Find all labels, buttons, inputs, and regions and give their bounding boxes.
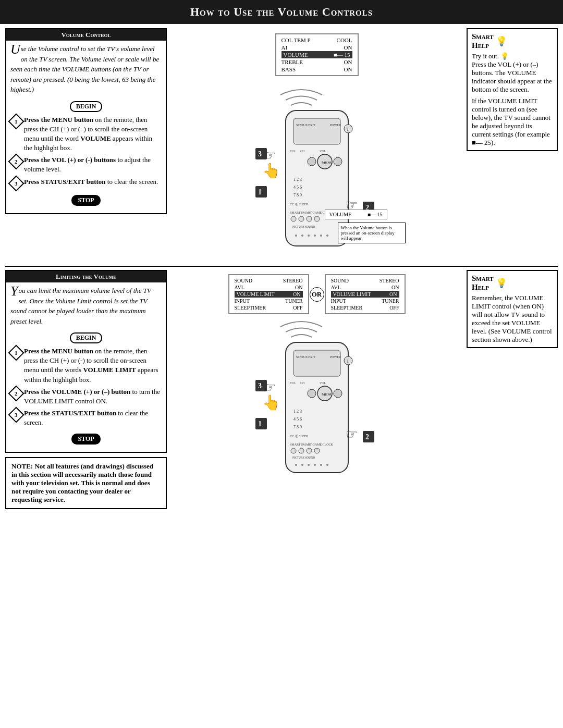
tv-row-volume: VOLUME ■— 15 [282,51,352,58]
svg-rect-39 [293,350,340,376]
svg-point-59 [314,448,320,453]
svg-point-61 [295,464,297,466]
sound-row-1: SOUND STEREO [235,277,303,284]
svg-text:7  8  9: 7 8 9 [293,193,302,198]
drop-cap: U [10,44,20,55]
step-1-text: Press the MENU button on the remote, the… [24,115,162,153]
volume-intro: Use the Volume control to set the TV's v… [10,44,162,95]
svg-point-50 [334,389,342,398]
svg-text:3: 3 [258,382,262,390]
remote-top-area: STATUS/EXIT POWER 1 VOL CH VOL MENU 1 2 … [244,84,390,264]
right-column-bottom: Smart Help 💡 Remember, the VOLUME LIMIT … [467,270,558,509]
sound-row-r2: AVL ON [331,284,399,291]
svg-point-25 [308,235,310,237]
svg-rect-1 [293,118,340,144]
or-label: OR [310,287,324,302]
svg-text:👆: 👆 [262,394,280,411]
svg-point-56 [291,448,296,453]
svg-point-26 [314,235,316,237]
svg-point-20 [307,216,312,221]
tv-row-bass: BASS ON [282,66,352,73]
step-2-lv: 2 Press the VOLUME (+) or (–) button to … [10,387,162,406]
step-1-lv: 1 Press the MENU button on the remote, t… [10,347,162,385]
svg-text:1  2  3: 1 2 3 [293,177,302,182]
svg-point-49 [308,389,316,398]
begin-badge-top: BEGIN [10,98,162,115]
svg-text:MENU: MENU [322,161,333,165]
screens-row: SOUND STEREO AVL ON VOLUME LIMIT ON INPU… [228,274,406,314]
svg-text:2: 2 [365,433,369,441]
bottom-section: Limiting the Volume You can limit the ma… [0,270,563,509]
svg-text:☞: ☞ [346,427,358,442]
svg-point-19 [299,216,304,221]
sound-row-r4: INPUT TUNER [331,298,399,304]
bulb-icon-bottom: 💡 [496,277,507,289]
volume-control-box: Volume Control Use the Volume control to… [5,28,167,214]
sound-screen-left: SOUND STEREO AVL ON VOLUME LIMIT ON INPU… [228,274,309,314]
svg-text:CC  ⓪  SLEEP: CC ⓪ SLEEP [290,203,308,206]
limiting-volume-title: Limiting the Volume [6,271,166,282]
svg-point-23 [295,235,297,237]
svg-text:7  8  9: 7 8 9 [293,425,302,429]
svg-text:VOL: VOL [320,150,326,153]
tv-row-coltemp: COL TEM P COOL [282,36,352,44]
svg-text:MENU: MENU [322,392,333,397]
step-3-lv-text: Press the STATUS/EXIT button to clear th… [24,409,162,427]
svg-text:CH: CH [300,381,305,385]
svg-text:STATUS/EXIT: STATUS/EXIT [296,124,315,127]
svg-point-12 [334,157,342,166]
svg-point-66 [326,464,328,466]
drop-cap-y: Y [10,286,18,297]
svg-text:POWER: POWER [330,355,341,359]
svg-text:1: 1 [347,359,349,364]
sound-row-r1: SOUND STEREO [331,277,399,284]
tv-row-treble: TREBLE ON [282,58,352,66]
volume-control-title: Volume Control [6,29,166,41]
begin-badge-bottom: BEGIN [10,329,162,347]
step-1-num: 1 [8,113,24,129]
svg-point-11 [308,157,316,166]
svg-text:CC  ⓪  SLEEP: CC ⓪ SLEEP [290,435,308,438]
smart-help-text2: If the VOLUME LIMIT control is turned on… [472,97,553,147]
svg-text:1  2  3: 1 2 3 [293,409,302,414]
bulb-icon-top: 💡 [496,35,507,47]
step-1-lv-num: 1 [8,344,24,361]
svg-text:PICTURE  SOUND: PICTURE SOUND [292,225,315,228]
sound-row-5: SLEEPTIMER OFF [235,304,303,311]
svg-text:STATUS/EXIT: STATUS/EXIT [296,355,315,359]
svg-point-27 [320,235,322,237]
svg-text:1: 1 [258,420,262,428]
sound-row-r3: VOLUME LIMIT ON [331,291,399,298]
svg-point-18 [291,216,296,221]
tv-row-ai: AI ON [282,44,352,51]
step-3-vc: 3 Press STATUS/EXIT button to clear the … [10,177,162,189]
limiting-volume-box: Limiting the Volume You can limit the ma… [5,270,167,453]
sound-row-r5: SLEEPTIMER OFF [331,304,399,311]
sound-row-3: VOLUME LIMIT ON [235,291,303,298]
svg-point-21 [314,216,320,221]
left-column-bottom: Limiting the Volume You can limit the ma… [5,270,167,509]
sound-screen-right: SOUND STEREO AVL ON VOLUME LIMIT ON INPU… [325,274,406,314]
step-3-lv: 3 Press the STATUS/EXIT button to clear … [10,409,162,427]
svg-text:SMART SMART GAME CLOCK: SMART SMART GAME CLOCK [290,443,334,446]
page-title: How to Use the Volume Controls [0,5,563,19]
right-column-top: Smart Help 💡 Try it out. 💡 Press the VOL… [467,28,558,264]
svg-text:4  5  6: 4 5 6 [293,417,302,422]
callout-box: When the Volume button is pressed an on-… [338,223,406,243]
section-divider [5,266,558,267]
svg-text:👆: 👆 [262,162,280,179]
svg-text:VOL: VOL [320,381,326,385]
smart-help-top: Smart Help 💡 Try it out. 💡 Press the VOL… [467,28,558,151]
step-3-text: Press STATUS/EXIT button to clear the sc… [24,177,158,187]
top-section: Volume Control Use the Volume control to… [0,28,563,264]
svg-point-58 [307,448,312,453]
svg-point-24 [301,235,303,237]
svg-point-28 [326,235,328,237]
remote-svg-bottom: STATUS/EXIT POWER 1 VOL CH VOL MENU 1 2 … [244,316,390,483]
smart-help-header-top: Smart Help 💡 [472,32,553,50]
limiting-intro: You can limit the maximum volume level o… [10,286,162,326]
svg-point-62 [301,464,303,466]
smart-help-bottom: Smart Help 💡 Remember, the VOLUME LIMIT … [467,270,558,348]
vol-indicator-display: VOLUME ■— 15 [325,209,387,219]
svg-text:3: 3 [258,150,262,158]
